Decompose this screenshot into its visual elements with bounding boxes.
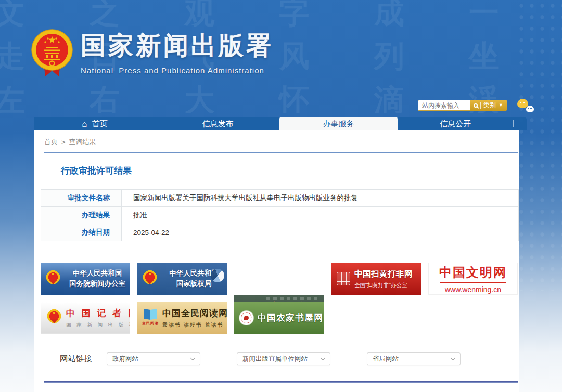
banner-link-wenming[interactable]: 中国文明网 www.wenming.cn [428,263,518,295]
site-title: 国家新闻出版署 [81,29,274,62]
row-value: 国家新闻出版署关于国防科技大学出版社从事电子出版物出版业务的批复 [122,190,519,207]
nav-item-info-disclosure-label: 信息公开 [440,119,471,129]
national-emblem-small-icon [45,269,61,288]
search-input[interactable] [418,100,470,111]
copyright-swirl-icon [211,269,224,282]
banner-title: 中国文明网 [439,264,507,281]
nav-item-home[interactable]: ⌂ 首页 [34,117,156,130]
breadcrumb-divider [44,152,518,153]
nav-item-services-active-tab[interactable]: 办事服务 [279,117,398,130]
rural-library-logo-icon [239,311,253,325]
nav-item-home-label: 首页 [92,119,108,129]
banner-title: 中国农家书屋网 [258,312,323,324]
banner-link-copyright-administration[interactable]: 中华人民共和国 国家版权局 [137,263,227,295]
home-icon: ⌂ [82,120,87,128]
chevron-down-icon [321,356,326,361]
caret-down-icon: ▼ [499,103,503,108]
search-divider [480,102,481,109]
banner-subtitle: 国 家 新 闻 出 版 署 [66,322,130,329]
banner-title: 中 国 记 者 网 [66,307,130,319]
dropdown-value: 新闻出版直属单位网站 [242,355,308,363]
national-emblem-logo [31,27,73,79]
site-title-block: 国家新闻出版署 National Press and Publication A… [81,29,274,75]
approval-result-table: 审批文件名称 国家新闻出版署关于国防科技大学出版社从事电子出版物出版业务的批复 … [41,189,519,241]
banner-subtitle: www.wenming.cn [445,285,501,294]
search-icon [474,103,478,108]
search-button[interactable]: 类别 ▼ [470,100,507,111]
row-label: 审批文件名称 [41,190,122,207]
national-emblem-icon [31,27,73,77]
banner-line1: 中华人民共和国 [65,268,130,279]
banner-title: 中国全民阅读网 [162,307,227,319]
nav-item-info-disclosure[interactable]: 信息公开 [398,117,513,130]
site-search: 类别 ▼ [418,100,534,111]
nav-item-services-label: 办事服务 [323,119,354,129]
dot-pattern-decoration [516,0,562,291]
site-subtitle: National Press and Publication Administr… [81,66,274,75]
banner-subtitle: 爱读书 读好书 善读书 [162,321,227,329]
chevron-down-icon [451,356,456,361]
breadcrumb-current: 查询结果 [69,137,96,147]
banner-title: 中国扫黄打非网 [354,269,413,280]
chevron-down-icon [190,356,196,361]
banner-link-scio[interactable]: 中华人民共和国 国务院新闻办公室 [41,263,130,295]
row-value: 批准 [122,207,519,224]
dropdown-government-sites[interactable]: 政府网站 [107,352,200,365]
banner-link-journalist-net[interactable]: 中 国 记 者 网 国 家 新 闻 出 版 署 [41,302,130,334]
content-panel: 首页 > 查询结果 行政审批许可结果 审批文件名称 国家新闻出版署关于国防科技大… [34,130,519,392]
banner-underline [440,282,506,283]
website-links-label: 网站链接 [60,354,92,364]
dropdown-press-publication-units[interactable]: 新闻出版直属单位网站 [237,352,330,365]
table-row: 办结日期 2025-04-22 [41,224,519,241]
banner-link-national-reading-net[interactable]: 全民阅读 中国全民阅读网 爱读书 读好书 善读书 [137,302,227,334]
nav-item-info-release-label: 信息发布 [202,119,234,129]
nav-item-info-release[interactable]: 信息发布 [156,117,279,130]
main-nav: ⌂ 首页 信息发布 办事服务 信息公开 [34,117,527,130]
category-dropdown-label[interactable]: 类别 [483,101,496,110]
banner-badge: 全民阅读 [142,321,159,326]
banner-line2: 国务院新闻办公室 [65,279,130,289]
wechat-icon[interactable] [517,99,534,112]
table-row: 审批文件名称 国家新闻出版署关于国防科技大学出版社从事电子出版物出版业务的批复 [41,190,519,207]
national-emblem-small-icon [46,308,62,327]
breadcrumb: 首页 > 查询结果 [44,137,96,147]
dropdown-value: 政府网站 [112,355,138,363]
national-emblem-small-icon [142,269,158,288]
breadcrumb-home-link[interactable]: 首页 [44,137,58,147]
row-value: 2025-04-22 [122,224,519,241]
breadcrumb-separator: > [61,138,66,146]
footer-divider [44,381,518,383]
page: 文 之 观 字 成 一 走 日 气 风 列 坐 左 右 大 怀 滴 渓 国家新闻… [0,0,562,392]
section-title: 行政审批许可结果 [61,165,132,177]
open-book-icon [144,309,157,319]
banner-subtitle: 全国“扫黄打非”办公室 [354,282,413,289]
dropdown-value: 省局网站 [373,355,399,363]
table-row: 办理结果 批准 [41,207,519,224]
banner-link-rural-library-net[interactable]: 中国农家书屋网 [234,302,324,334]
chat-bubble-small [526,106,534,112]
dropdown-provincial-bureau-sites[interactable]: 省局网站 [367,352,461,365]
row-label: 办理结果 [41,207,122,224]
seal-icon [337,272,350,285]
banner-link-anti-pornography-office[interactable]: 中国扫黄打非网 全国“扫黄打非”办公室 [331,263,421,295]
nav-separator [513,120,514,127]
row-label: 办结日期 [41,224,122,241]
